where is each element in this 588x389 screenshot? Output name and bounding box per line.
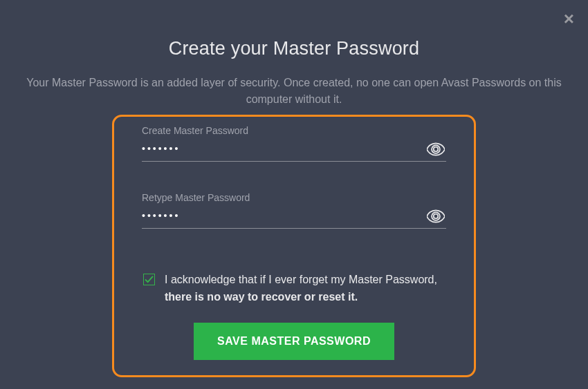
svg-point-0	[434, 147, 439, 152]
acknowledge-text-bold: there is no way to recover or reset it.	[165, 291, 358, 303]
retype-password-group: Retype Master Password	[142, 192, 446, 229]
eye-icon	[427, 142, 445, 156]
acknowledge-checkbox[interactable]	[143, 274, 155, 285]
eye-icon	[427, 209, 445, 223]
retype-password-input[interactable]	[142, 207, 446, 229]
save-master-password-button[interactable]: SAVE MASTER PASSWORD	[194, 323, 394, 360]
retype-password-label: Retype Master Password	[142, 192, 446, 203]
form-container: Create Master Password Retype Master Pas…	[112, 115, 476, 377]
dialog-title: Create your Master Password	[0, 38, 588, 59]
close-button[interactable]: ×	[564, 10, 574, 28]
acknowledge-text-pre: I acknowledge that if I ever forget my M…	[165, 274, 437, 285]
toggle-visibility-create[interactable]	[427, 142, 445, 156]
toggle-visibility-retype[interactable]	[427, 209, 445, 223]
acknowledge-text: I acknowledge that if I ever forget my M…	[165, 272, 446, 306]
create-password-input[interactable]	[142, 140, 446, 162]
create-password-group: Create Master Password	[142, 125, 446, 162]
svg-point-1	[434, 214, 439, 219]
check-icon	[145, 276, 154, 283]
create-password-label: Create Master Password	[142, 125, 446, 136]
acknowledge-row: I acknowledge that if I ever forget my M…	[142, 272, 446, 306]
close-icon: ×	[564, 8, 574, 29]
dialog-subtitle: Your Master Password is an added layer o…	[0, 75, 588, 108]
